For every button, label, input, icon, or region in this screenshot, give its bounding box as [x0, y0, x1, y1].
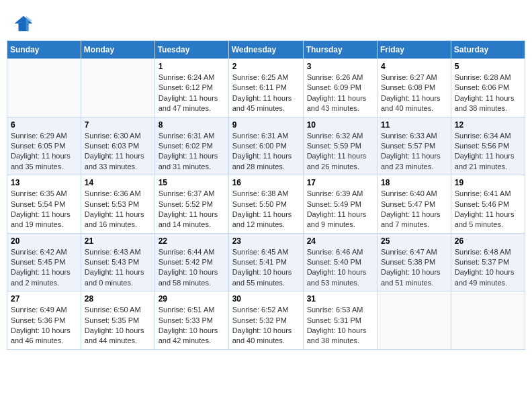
svg-marker-0 [15, 16, 33, 32]
calendar-cell: 1Sunrise: 6:24 AM Sunset: 6:12 PM Daylig… [154, 59, 228, 118]
day-info: Sunrise: 6:48 AM Sunset: 5:37 PM Dayligh… [455, 247, 521, 289]
day-number: 30 [232, 294, 300, 304]
day-of-week-header: Saturday [451, 41, 525, 59]
day-info: Sunrise: 6:26 AM Sunset: 6:09 PM Dayligh… [307, 73, 373, 114]
day-info: Sunrise: 6:43 AM Sunset: 5:43 PM Dayligh… [85, 247, 151, 289]
logo-icon [13, 13, 34, 34]
day-info: Sunrise: 6:51 AM Sunset: 5:33 PM Dayligh… [159, 305, 225, 347]
day-number: 18 [381, 178, 447, 187]
page-header [7, 7, 525, 37]
day-info: Sunrise: 6:25 AM Sunset: 6:11 PM Dayligh… [232, 73, 300, 114]
day-number: 25 [381, 236, 447, 246]
calendar-table: SundayMondayTuesdayWednesdayThursdayFrid… [7, 40, 525, 350]
day-info: Sunrise: 6:42 AM Sunset: 5:45 PM Dayligh… [11, 247, 77, 289]
day-of-week-header: Sunday [7, 41, 81, 59]
day-info: Sunrise: 6:38 AM Sunset: 5:50 PM Dayligh… [232, 189, 300, 230]
day-info: Sunrise: 6:49 AM Sunset: 5:36 PM Dayligh… [11, 305, 77, 347]
day-number: 2 [232, 62, 300, 71]
calendar-cell: 9Sunrise: 6:31 AM Sunset: 6:00 PM Daylig… [228, 117, 303, 175]
day-info: Sunrise: 6:24 AM Sunset: 6:12 PM Dayligh… [159, 73, 225, 114]
calendar-cell: 10Sunrise: 6:32 AM Sunset: 5:59 PM Dayli… [303, 117, 377, 175]
calendar-cell: 6Sunrise: 6:29 AM Sunset: 6:05 PM Daylig… [7, 117, 81, 175]
day-number: 24 [307, 236, 373, 246]
calendar-cell: 20Sunrise: 6:42 AM Sunset: 5:45 PM Dayli… [7, 233, 81, 291]
calendar-cell: 19Sunrise: 6:41 AM Sunset: 5:46 PM Dayli… [451, 175, 525, 234]
day-number: 15 [159, 178, 225, 187]
day-of-week-header: Friday [377, 41, 451, 59]
calendar-cell: 13Sunrise: 6:35 AM Sunset: 5:54 PM Dayli… [7, 175, 81, 234]
day-number: 29 [159, 294, 225, 304]
calendar-cell: 28Sunrise: 6:50 AM Sunset: 5:35 PM Dayli… [81, 291, 154, 350]
day-number: 1 [159, 62, 225, 71]
day-info: Sunrise: 6:53 AM Sunset: 5:31 PM Dayligh… [307, 305, 373, 347]
calendar-cell: 2Sunrise: 6:25 AM Sunset: 6:11 PM Daylig… [228, 59, 303, 118]
calendar-cell: 22Sunrise: 6:44 AM Sunset: 5:42 PM Dayli… [154, 233, 228, 291]
day-number: 14 [85, 178, 151, 187]
day-number: 9 [232, 120, 300, 130]
calendar-cell: 5Sunrise: 6:28 AM Sunset: 6:06 PM Daylig… [451, 59, 525, 118]
calendar-cell: 23Sunrise: 6:45 AM Sunset: 5:41 PM Dayli… [228, 233, 303, 291]
day-info: Sunrise: 6:27 AM Sunset: 6:08 PM Dayligh… [381, 73, 447, 114]
calendar-cell: 16Sunrise: 6:38 AM Sunset: 5:50 PM Dayli… [228, 175, 303, 234]
calendar-cell [81, 59, 154, 118]
day-info: Sunrise: 6:50 AM Sunset: 5:35 PM Dayligh… [85, 305, 151, 347]
calendar-cell: 15Sunrise: 6:37 AM Sunset: 5:52 PM Dayli… [154, 175, 228, 234]
logo [13, 13, 36, 34]
day-number: 27 [11, 294, 77, 304]
day-number: 12 [455, 120, 521, 130]
day-of-week-header: Tuesday [154, 41, 228, 59]
day-number: 10 [307, 120, 373, 130]
day-number: 16 [232, 178, 300, 187]
day-of-week-header: Wednesday [228, 41, 303, 59]
day-number: 22 [159, 236, 225, 246]
day-info: Sunrise: 6:34 AM Sunset: 5:56 PM Dayligh… [455, 131, 521, 173]
day-of-week-header: Monday [81, 41, 154, 59]
day-number: 5 [455, 62, 521, 71]
calendar-cell: 31Sunrise: 6:53 AM Sunset: 5:31 PM Dayli… [303, 291, 377, 350]
calendar-cell: 4Sunrise: 6:27 AM Sunset: 6:08 PM Daylig… [377, 59, 451, 118]
calendar-cell: 30Sunrise: 6:52 AM Sunset: 5:32 PM Dayli… [228, 291, 303, 350]
day-number: 6 [11, 120, 77, 130]
calendar-cell [451, 291, 525, 350]
day-of-week-header: Thursday [303, 41, 377, 59]
day-number: 7 [85, 120, 151, 130]
calendar-week-row: 13Sunrise: 6:35 AM Sunset: 5:54 PM Dayli… [7, 175, 525, 234]
day-info: Sunrise: 6:46 AM Sunset: 5:40 PM Dayligh… [307, 247, 373, 289]
day-number: 3 [307, 62, 373, 71]
day-info: Sunrise: 6:33 AM Sunset: 5:57 PM Dayligh… [381, 131, 447, 173]
day-number: 11 [381, 120, 447, 130]
calendar-week-row: 6Sunrise: 6:29 AM Sunset: 6:05 PM Daylig… [7, 117, 525, 175]
calendar-cell: 25Sunrise: 6:47 AM Sunset: 5:38 PM Dayli… [377, 233, 451, 291]
day-number: 13 [11, 178, 77, 187]
day-number: 23 [232, 236, 300, 246]
day-info: Sunrise: 6:44 AM Sunset: 5:42 PM Dayligh… [159, 247, 225, 289]
day-info: Sunrise: 6:30 AM Sunset: 6:03 PM Dayligh… [85, 131, 151, 173]
calendar-week-row: 27Sunrise: 6:49 AM Sunset: 5:36 PM Dayli… [7, 291, 525, 350]
calendar-cell: 26Sunrise: 6:48 AM Sunset: 5:37 PM Dayli… [451, 233, 525, 291]
calendar-cell: 7Sunrise: 6:30 AM Sunset: 6:03 PM Daylig… [81, 117, 154, 175]
day-number: 19 [455, 178, 521, 187]
day-info: Sunrise: 6:32 AM Sunset: 5:59 PM Dayligh… [307, 131, 373, 173]
calendar-week-row: 20Sunrise: 6:42 AM Sunset: 5:45 PM Dayli… [7, 233, 525, 291]
day-number: 28 [85, 294, 151, 304]
day-info: Sunrise: 6:28 AM Sunset: 6:06 PM Dayligh… [455, 73, 521, 114]
day-info: Sunrise: 6:52 AM Sunset: 5:32 PM Dayligh… [232, 305, 300, 347]
day-number: 20 [11, 236, 77, 246]
day-info: Sunrise: 6:31 AM Sunset: 6:02 PM Dayligh… [159, 131, 225, 173]
calendar-cell: 8Sunrise: 6:31 AM Sunset: 6:02 PM Daylig… [154, 117, 228, 175]
calendar-cell [377, 291, 451, 350]
day-number: 31 [307, 294, 373, 304]
calendar-cell: 18Sunrise: 6:40 AM Sunset: 5:47 PM Dayli… [377, 175, 451, 234]
day-info: Sunrise: 6:31 AM Sunset: 6:00 PM Dayligh… [232, 131, 300, 173]
day-info: Sunrise: 6:41 AM Sunset: 5:46 PM Dayligh… [455, 189, 521, 230]
calendar-cell: 3Sunrise: 6:26 AM Sunset: 6:09 PM Daylig… [303, 59, 377, 118]
calendar-cell: 24Sunrise: 6:46 AM Sunset: 5:40 PM Dayli… [303, 233, 377, 291]
calendar-cell: 21Sunrise: 6:43 AM Sunset: 5:43 PM Dayli… [81, 233, 154, 291]
day-info: Sunrise: 6:35 AM Sunset: 5:54 PM Dayligh… [11, 189, 77, 230]
day-number: 21 [85, 236, 151, 246]
calendar-cell: 27Sunrise: 6:49 AM Sunset: 5:36 PM Dayli… [7, 291, 81, 350]
day-number: 8 [159, 120, 225, 130]
calendar-cell: 29Sunrise: 6:51 AM Sunset: 5:33 PM Dayli… [154, 291, 228, 350]
day-info: Sunrise: 6:40 AM Sunset: 5:47 PM Dayligh… [381, 189, 447, 230]
day-info: Sunrise: 6:37 AM Sunset: 5:52 PM Dayligh… [159, 189, 225, 230]
